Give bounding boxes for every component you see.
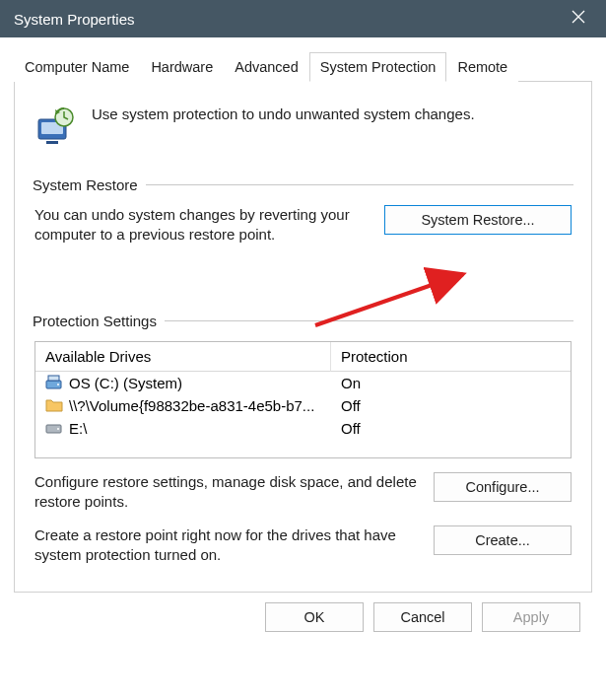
drive-name: OS (C:) (System) — [69, 375, 182, 391]
create-button[interactable]: Create... — [434, 525, 572, 555]
column-header-protection[interactable]: Protection — [331, 342, 571, 372]
intro-text: Use system protection to undo unwanted s… — [92, 104, 475, 122]
table-row[interactable]: OS (C:) (System) On — [35, 372, 571, 394]
tab-system-protection[interactable]: System Protection — [309, 52, 447, 82]
configure-button[interactable]: Configure... — [434, 472, 572, 502]
svg-rect-4 — [46, 141, 58, 144]
intro-row: Use system protection to undo unwanted s… — [33, 104, 573, 149]
group-rule — [146, 184, 573, 185]
tab-advanced[interactable]: Advanced — [224, 52, 309, 82]
group-rule — [165, 320, 573, 321]
group-protection-settings: Protection Settings Available Drives Pro… — [33, 313, 573, 566]
group-system-restore: System Restore You can undo system chang… — [33, 176, 573, 245]
window-title: System Properties — [14, 11, 135, 28]
drive-name: \\?\Volume{f98832be-a831-4e5b-b7... — [69, 397, 314, 414]
titlebar: System Properties — [0, 0, 606, 37]
system-restore-button[interactable]: System Restore... — [384, 205, 572, 235]
svg-rect-7 — [48, 376, 59, 381]
drives-body: OS (C:) (System) On \\?\Volume{f98832be-… — [35, 372, 571, 457]
drive-protection: Off — [331, 417, 571, 440]
configure-description: Configure restore settings, manage disk … — [34, 472, 420, 513]
group-label-protection-settings: Protection Settings — [33, 313, 157, 329]
svg-point-8 — [57, 384, 59, 385]
drive-name: E:\ — [69, 420, 87, 437]
table-row[interactable]: E:\ Off — [35, 417, 571, 440]
content-area: Computer Name Hardware Advanced System P… — [0, 37, 606, 658]
drives-table: Available Drives Protection OS (C:) (Sys… — [34, 341, 572, 458]
system-protection-icon — [33, 104, 78, 149]
table-row[interactable]: \\?\Volume{f98832be-a831-4e5b-b7... Off — [35, 394, 571, 417]
create-description: Create a restore point right now for the… — [34, 525, 420, 566]
column-header-drives[interactable]: Available Drives — [35, 342, 331, 372]
tab-panel: Use system protection to undo unwanted s… — [14, 82, 592, 593]
ok-button[interactable]: OK — [265, 602, 364, 632]
tab-remote[interactable]: Remote — [446, 52, 518, 82]
disk-system-icon — [45, 375, 63, 390]
tab-hardware[interactable]: Hardware — [140, 52, 224, 82]
drive-protection: Off — [331, 394, 571, 417]
folder-icon — [45, 397, 63, 413]
system-restore-description: You can undo system changes by reverting… — [34, 205, 370, 245]
drive-protection: On — [331, 372, 571, 394]
apply-button: Apply — [482, 602, 580, 632]
tab-computer-name[interactable]: Computer Name — [14, 52, 140, 82]
group-label-system-restore: System Restore — [33, 176, 138, 193]
svg-point-10 — [57, 428, 59, 430]
disk-icon — [45, 420, 63, 436]
drives-header-row: Available Drives Protection — [35, 342, 571, 372]
cancel-button[interactable]: Cancel — [373, 602, 472, 632]
tab-row: Computer Name Hardware Advanced System P… — [14, 51, 592, 82]
dialog-footer: OK Cancel Apply — [12, 593, 594, 646]
close-icon[interactable] — [565, 10, 592, 28]
